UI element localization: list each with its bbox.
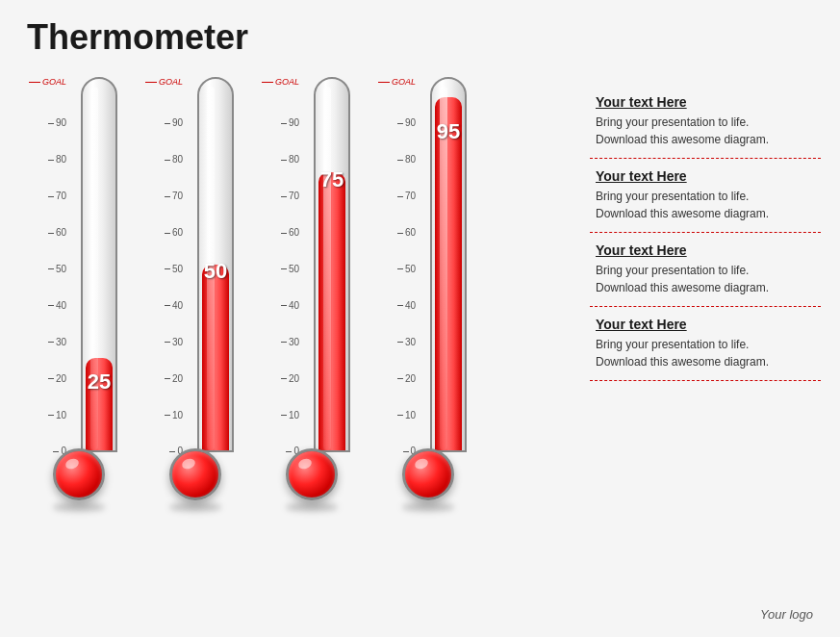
thermo-tube-1: [81, 77, 117, 452]
legend-desc-2: Bring your presentation to life. Downloa…: [596, 188, 815, 222]
bulb-shine-3: [296, 457, 313, 471]
bulb-shadow-3: [286, 502, 338, 512]
thermo-bulb-1: [53, 448, 105, 500]
thermo-fill-2: [202, 265, 229, 450]
scale-left-4: GOAL 90 80 70 60 50 40 30 20 10 0: [378, 77, 416, 452]
bulb-shine-4: [413, 457, 429, 471]
bulb-shadow-2: [169, 502, 221, 512]
legend-item-1: Your text Here Bring your presentation t…: [590, 87, 821, 159]
bulb-container-4: [399, 448, 457, 512]
scale-left-2: GOAL 90 80 70 60 50 40 30 20 10 0: [145, 77, 183, 452]
thermometer-3: GOAL 90 80 70 60 50 40 30 20 10 0: [262, 77, 361, 512]
legend-title-1: Your text Here: [596, 94, 815, 110]
thermo-fill-3: [318, 172, 345, 451]
thermo-fill-1: [86, 358, 113, 451]
thermo-tube-3: [314, 77, 350, 452]
legend-item-2: Your text Here Bring your presentation t…: [590, 161, 821, 233]
bulb-shadow-1: [53, 502, 105, 512]
legend-item-4: Your text Here Bring your presentation t…: [590, 309, 821, 381]
bulb-shadow-4: [402, 502, 454, 512]
bulb-container-3: [283, 448, 341, 512]
thermometers-area: GOAL 90 80 70 60 50 40 30 20 10 0: [19, 77, 580, 512]
legend-title-4: Your text Here: [596, 317, 815, 332]
thermometer-body-2: 50: [187, 77, 244, 452]
legend-desc-4: Bring your presentation to life. Downloa…: [596, 336, 815, 370]
thermo-tube-2: [197, 77, 234, 452]
legend-desc-1: Bring your presentation to life. Downloa…: [596, 114, 815, 148]
goal-label-2: GOAL: [159, 77, 183, 87]
thermo-bulb-4: [402, 448, 454, 500]
goal-label-1: GOAL: [42, 77, 66, 87]
right-panel: Your text Here Bring your presentation t…: [590, 77, 821, 512]
bulb-container-2: [166, 448, 224, 512]
page-title: Thermometer: [0, 0, 840, 67]
goal-label-3: GOAL: [275, 77, 299, 87]
thermo-bulb-2: [169, 448, 221, 500]
legend-title-2: Your text Here: [596, 168, 815, 184]
thermo-fill-4: [435, 97, 462, 450]
scale-left-3: GOAL 90 80 70 60 50 40 30 20 10 0: [262, 77, 299, 452]
legend-item-3: Your text Here Bring your presentation t…: [590, 235, 821, 307]
thermometer-4: GOAL 90 80 70 60 50 40 30 20 10 0: [378, 77, 477, 512]
thermo-bulb-3: [286, 448, 338, 500]
thermo-tube-4: [430, 77, 467, 452]
thermometer-body-3: 75: [303, 77, 361, 452]
thermometer-body-1: 25: [70, 77, 128, 452]
scale-left-1: GOAL 90 80 70 60 50 40 30 20 10 0: [29, 77, 66, 452]
thermometer-1: GOAL 90 80 70 60 50 40 30 20 10 0: [29, 77, 128, 512]
legend-desc-3: Bring your presentation to life. Downloa…: [596, 262, 815, 296]
thermometer-2: GOAL 90 80 70 60 50 40 30 20 10 0: [145, 77, 244, 512]
goal-label-4: GOAL: [392, 77, 416, 87]
logo: Your logo: [760, 607, 813, 622]
bulb-shine-2: [180, 457, 196, 471]
bulb-shine-1: [64, 457, 80, 471]
bulb-container-1: [50, 448, 108, 512]
thermometer-body-4: 95: [420, 77, 477, 452]
legend-title-3: Your text Here: [596, 242, 815, 258]
